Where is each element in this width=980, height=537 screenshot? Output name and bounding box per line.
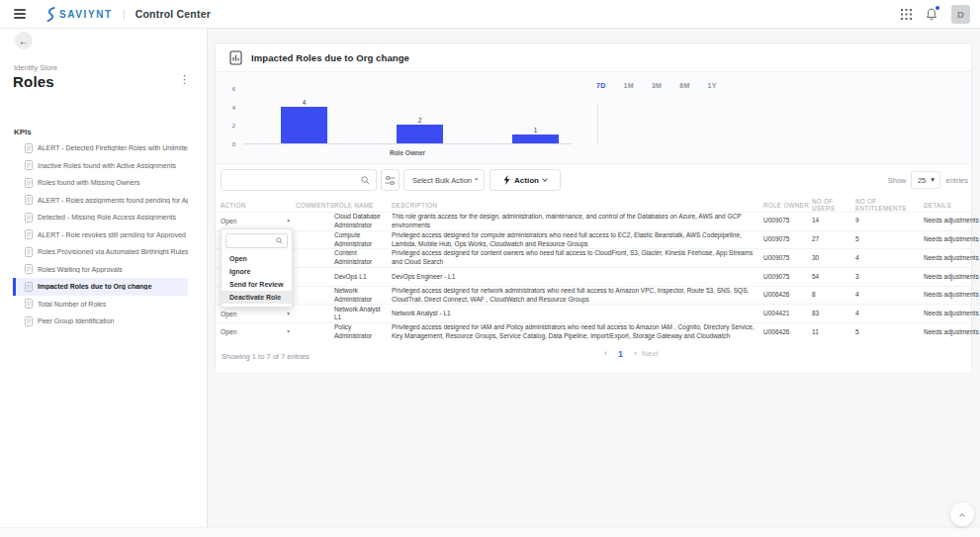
sidebar-item-label: Roles Provisioned via Automated Birthrig…: [38, 248, 188, 255]
notifications-bell-icon[interactable]: [926, 8, 937, 21]
arrow-left-icon: ←: [19, 36, 29, 46]
column-header: DETAILS: [924, 202, 971, 209]
topbar-separator: |: [123, 8, 126, 20]
sidebar-item[interactable]: Total Number of Roles: [13, 296, 188, 313]
identity-store-label: Identity Store: [14, 63, 57, 72]
row-action-select[interactable]: Open▾: [221, 310, 296, 318]
apps-grid-icon[interactable]: [901, 9, 912, 20]
sidebar-item[interactable]: Impacted Roles due to Org change: [13, 278, 188, 296]
row-role-owner: U009075: [763, 235, 812, 244]
row-description: DevOps Engineer - L1: [392, 273, 763, 282]
search-input[interactable]: [222, 176, 361, 185]
sidebar-item[interactable]: Inactive Roles found with Active Assignm…: [13, 157, 188, 175]
time-range-selector: 7D1M3M6M1Y: [596, 82, 717, 89]
row-entitlements-count: 4: [855, 291, 924, 300]
row-description: This role grants access for the design, …: [392, 213, 763, 230]
dropdown-option[interactable]: Deactivate Role: [222, 291, 292, 304]
table-row: Open▾DevOps L1DevOps Engineer - L1U00907…: [216, 267, 971, 286]
document-icon: [25, 213, 33, 223]
table-header-row: ACTIONCOMMENTSROLE NAMEDESCRIPTIONROLE O…: [216, 198, 971, 212]
table-body: Open▾Cloud Database AdministratorThis ro…: [216, 212, 971, 341]
chevron-down-icon: [542, 176, 548, 182]
row-action-select[interactable]: Open▾: [221, 327, 296, 336]
bar-value-label: 1: [512, 127, 559, 134]
chart-document-icon: [229, 50, 242, 65]
table-row: Open▾Compute AdministratorPrivileged acc…: [216, 230, 971, 249]
row-action-value: Open: [221, 310, 237, 318]
row-role-name: Cloud Database Administrator: [334, 213, 392, 230]
notification-dot: [935, 6, 939, 10]
row-details: Needs adjustments: [924, 254, 971, 263]
y-tick-label: 6: [222, 86, 235, 92]
chart-bar: [512, 134, 559, 143]
action-button[interactable]: Action: [490, 169, 561, 191]
chevron-down-icon: ▾: [931, 176, 935, 184]
table-row: Open▾Cloud Database AdministratorThis ro…: [216, 212, 971, 230]
saviynt-swoosh-icon: [45, 7, 56, 22]
row-details: Needs adjustments: [924, 328, 971, 337]
row-details: Needs adjustments: [924, 235, 971, 244]
next-page-label[interactable]: Next: [642, 349, 658, 358]
sidebar-item[interactable]: Roles found with Missing Owners: [13, 174, 188, 192]
table-row: Open▾Network Analyst L1Network Analyst -…: [216, 304, 971, 322]
time-range-tab[interactable]: 6M: [679, 82, 689, 89]
bulk-action-selected-value: Select Bulk Action: [412, 176, 472, 185]
sidebar-item[interactable]: ALERT - Role revokes still pending for A…: [13, 226, 188, 244]
kpi-card: Impacted Roles due to Org change 0246 42…: [215, 43, 972, 371]
document-icon: [25, 160, 33, 170]
time-range-tab[interactable]: 7D: [596, 82, 606, 89]
sidebar-item-label: Roles found with Missing Owners: [38, 179, 140, 186]
bottom-strip: [0, 527, 980, 537]
dropdown-option[interactable]: Open: [222, 252, 292, 265]
row-entitlements-count: 9: [855, 217, 924, 225]
column-header: ROLE NAME: [334, 202, 392, 209]
sidebar-item[interactable]: Peer Group Identification: [13, 313, 188, 330]
sidebar-item[interactable]: Roles Waiting for Approvals: [13, 261, 188, 279]
column-header: NO OF ENTITLEMENTS: [855, 198, 924, 212]
avatar[interactable]: D: [951, 5, 970, 24]
next-page-icon[interactable]: ›: [634, 349, 637, 358]
scroll-to-top-button[interactable]: [950, 502, 974, 526]
table-row: Open▾Network AdministratorPrivileged acc…: [216, 286, 971, 305]
page-number[interactable]: 1: [618, 349, 623, 359]
document-icon: [25, 229, 33, 239]
row-action-select[interactable]: Open▾: [221, 217, 296, 225]
sidebar-item[interactable]: Roles Provisioned via Automated Birthrig…: [13, 243, 188, 261]
bulk-action-select[interactable]: Select Bulk Action ▾: [403, 169, 485, 191]
page-title: Roles: [13, 73, 54, 90]
dropdown-search-input[interactable]: [226, 237, 276, 244]
time-range-tab[interactable]: 1M: [624, 82, 634, 89]
bar-value-label: 4: [281, 99, 327, 106]
hamburger-menu-icon[interactable]: [14, 9, 26, 19]
row-description: Privileged access designed for compute a…: [392, 231, 763, 249]
sidebar-item-label: ALERT - Role revokes still pending for A…: [38, 231, 188, 238]
document-icon: [25, 143, 33, 153]
sidebar-item-label: Detected - Missing Role Access Assignmen…: [38, 214, 176, 221]
action-button-label: Action: [514, 176, 539, 185]
filter-button[interactable]: [381, 169, 400, 191]
sidebar-item-label: ALERT - Detected Firefighter Roles with …: [38, 144, 188, 151]
back-button[interactable]: ←: [15, 32, 33, 49]
document-icon: [25, 264, 33, 274]
page-size-select[interactable]: 25 ▾: [911, 171, 940, 189]
document-icon: [25, 178, 33, 188]
search-icon: [276, 237, 283, 244]
sidebar-item[interactable]: ALERT - Detected Firefighter Roles with …: [13, 139, 188, 157]
row-role-name: Policy Administrator: [334, 323, 392, 341]
dropdown-option[interactable]: Send for Review: [222, 278, 292, 291]
brand-logo: SAVIYNT: [45, 7, 113, 22]
sidebar-item[interactable]: Detected - Missing Role Access Assignmen…: [13, 209, 188, 226]
kebab-menu-icon[interactable]: ⋮: [179, 74, 190, 85]
previous-page-icon[interactable]: ‹: [604, 349, 607, 358]
document-icon: [25, 282, 33, 292]
document-icon: [25, 316, 33, 326]
row-action-value: Open: [221, 217, 237, 225]
row-description: Privileged access designed for content o…: [392, 249, 763, 267]
sidebar-item[interactable]: ALERT - Roles assignments found pending …: [13, 192, 188, 210]
time-range-tab[interactable]: 1Y: [708, 82, 717, 89]
table-footer: Showing 1 to 7 of 7 entries ‹ 1 › Next: [216, 341, 971, 372]
document-icon: [25, 247, 33, 257]
time-range-tab[interactable]: 3M: [652, 82, 662, 89]
row-users-count: 11: [812, 328, 855, 337]
dropdown-option[interactable]: Ignore: [222, 265, 292, 278]
